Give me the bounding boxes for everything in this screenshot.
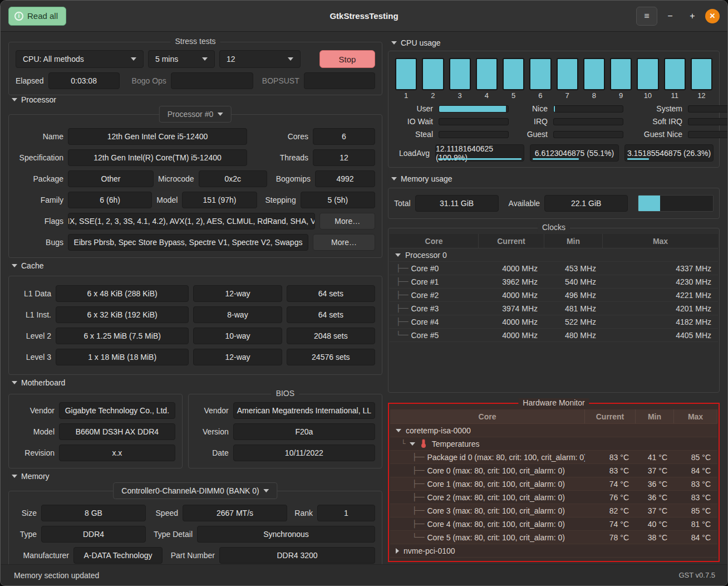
chevron-down-icon	[288, 57, 293, 61]
model-field[interactable]: 151 (97h)	[182, 192, 257, 208]
processor-expander[interactable]: Processor	[8, 95, 382, 104]
hwmon-device-row[interactable]: coretemp-isa-0000	[390, 424, 717, 437]
cpu-core-bar	[691, 58, 712, 90]
user-label: User	[394, 104, 433, 113]
package-field[interactable]: Other	[68, 170, 154, 187]
cpu-core-bar	[422, 58, 444, 90]
chevron-down-icon	[264, 489, 269, 492]
hardware-monitor-frame: Hardware Monitor Core Current Min Max co…	[388, 403, 720, 562]
bios-date-field[interactable]: 10/11/2022	[233, 445, 375, 461]
l1-inst-label: L1 Inst.	[16, 310, 51, 319]
menu-button[interactable]: ≡	[636, 7, 657, 26]
thermometer-icon	[421, 440, 426, 448]
level2-sets-field[interactable]: 2048 sets	[287, 328, 375, 344]
bugs-label: Bugs	[16, 238, 63, 247]
specification-field[interactable]: 12th Gen Intel(R) Core(TM) i5-12400	[68, 149, 247, 166]
hwmon-group-row[interactable]: Temperatures	[390, 437, 717, 451]
threads-field[interactable]: 12	[313, 149, 375, 166]
hwmon-header-current: Current	[585, 409, 636, 423]
soft-irq-label: Soft IRQ	[629, 117, 682, 126]
level2-size-field[interactable]: 6 x 1.25 MiB (7.5 MiB)	[56, 328, 189, 344]
bugs-more-button[interactable]: More…	[313, 234, 375, 251]
mem-manufacturer-label: Manufacturer	[16, 551, 69, 560]
expander-arrow-icon	[12, 475, 17, 478]
l1-data-size-field[interactable]: 6 x 48 KiB (288 KiB)	[56, 285, 189, 302]
bogomips-field[interactable]: 4992	[315, 170, 375, 187]
processor-selector-value: Processor #0	[168, 110, 213, 119]
tree-connector-icon	[396, 318, 407, 326]
level3-size-field[interactable]: 1 x 18 MiB (18 MiB)	[56, 349, 189, 365]
stress-workers-dropdown[interactable]: 12	[219, 50, 301, 68]
mem-rank-field[interactable]: 1	[317, 505, 375, 521]
motherboard-expander[interactable]: Motherboard	[8, 378, 382, 387]
maximize-button[interactable]: +	[683, 7, 702, 26]
loadavg-label: LoadAvg	[394, 149, 430, 158]
read-all-button[interactable]: i Read all	[8, 7, 66, 26]
flags-field[interactable]: MMX, SSE(1, 2, 3, 3S, 4.1, 4.2), AVX(1, …	[68, 213, 315, 229]
level2-label: Level 2	[16, 331, 51, 340]
l1-data-assoc-field[interactable]: 12-way	[193, 285, 282, 302]
microcode-label: Microcode	[158, 174, 194, 183]
l1-data-sets-field[interactable]: 64 sets	[287, 285, 375, 302]
level3-sets-field[interactable]: 24576 sets	[287, 349, 375, 365]
minimize-button[interactable]: −	[661, 7, 680, 26]
mobo-model-field[interactable]: B660M DS3H AX DDR4	[59, 423, 175, 440]
flags-more-button[interactable]: More…	[319, 213, 375, 229]
mem-speed-field[interactable]: 2667 MT/s	[183, 505, 287, 521]
guest-label: Guest	[514, 130, 548, 139]
mobo-vendor-field[interactable]: Gigabyte Technology Co., Ltd.	[59, 402, 175, 419]
stepping-field[interactable]: 5 (5h)	[301, 192, 375, 208]
specification-label: Specification	[16, 153, 63, 162]
mem-manufacturer-field[interactable]: A-DATA Technology	[73, 547, 163, 564]
cpu-core-bar	[395, 58, 417, 90]
elapsed-field[interactable]: 0:03:08	[48, 72, 120, 89]
mem-size-field[interactable]: 8 GB	[41, 505, 146, 521]
guest-nice-label: Guest Nice	[629, 130, 682, 139]
dimm-selector-dropdown[interactable]: Controller0-ChannelA-DIMM0 (BANK 0)	[113, 482, 277, 499]
bios-version-field[interactable]: F20a	[233, 423, 375, 440]
bios-caption: BIOS	[272, 389, 299, 398]
memory-usage-expander[interactable]: Memory usage	[388, 171, 720, 187]
hwmon-device2-row[interactable]: nvme-pci-0100	[390, 544, 717, 558]
bugs-field[interactable]: Eibrs Pbrsb, Spec Store Bypass, Spectre …	[68, 234, 308, 251]
mem-type-field[interactable]: DDR4	[41, 526, 146, 543]
bogo-ops-field[interactable]	[171, 72, 253, 89]
mem-total-field[interactable]: 31.11 GiB	[415, 195, 499, 212]
level2-assoc-field[interactable]: 10-way	[193, 328, 282, 344]
stress-duration-dropdown[interactable]: 5 mins	[148, 50, 215, 68]
tree-connector-icon	[412, 453, 424, 461]
mem-available-field[interactable]: 22.1 GiB	[544, 195, 628, 212]
level3-assoc-field[interactable]: 12-way	[193, 349, 282, 365]
bios-vendor-field[interactable]: American Megatrends International, LL	[233, 402, 375, 419]
l1-inst-assoc-field[interactable]: 8-way	[193, 306, 282, 323]
cpu-usage-expander[interactable]: CPU usage	[388, 35, 720, 51]
l1-inst-sets-field[interactable]: 64 sets	[287, 306, 375, 323]
memory-expander[interactable]: Memory	[8, 472, 382, 481]
guest-nice-progressbar	[688, 131, 727, 138]
cache-expander[interactable]: Cache	[8, 261, 382, 270]
cpu-name-field[interactable]: 12th Gen Intel Core i5-12400	[68, 128, 247, 145]
close-button[interactable]: ✕	[705, 9, 720, 23]
mobo-model-label: Model	[16, 427, 55, 436]
clocks-group-row[interactable]: Processor 0	[390, 248, 718, 262]
memory-section-label: Memory	[21, 472, 50, 481]
family-field[interactable]: 6 (6h)	[68, 192, 152, 208]
mobo-revision-field[interactable]: x.x	[59, 445, 175, 461]
bogo-ops-label: Bogo Ops	[132, 76, 166, 85]
stop-button[interactable]: Stop	[319, 50, 375, 68]
stress-method-value: CPU: All methods	[23, 55, 126, 64]
cpu-core-bar	[637, 58, 658, 90]
mem-type-detail-field[interactable]: Synchronous	[197, 526, 375, 543]
processor-selector-dropdown[interactable]: Processor #0	[159, 106, 232, 123]
table-row: Core 4 (max: 80, crit: 100, crit_alarm: …	[390, 517, 717, 531]
stress-method-dropdown[interactable]: CPU: All methods	[16, 50, 144, 68]
cores-field[interactable]: 6	[313, 128, 375, 145]
l1-inst-size-field[interactable]: 6 x 32 KiB (192 KiB)	[56, 306, 189, 323]
dimm-selector-value: Controller0-ChannelA-DIMM0 (BANK 0)	[121, 486, 259, 495]
clocks-header-core: Core	[390, 234, 479, 248]
microcode-field[interactable]: 0x2c	[199, 170, 267, 187]
mem-part-number-field[interactable]: DDR4 3200	[219, 547, 375, 564]
hwmon-header-core: Core	[390, 409, 585, 423]
bopsust-field[interactable]	[304, 72, 375, 89]
table-row: Core #0 4000 MHz453 MHz4337 MHz	[390, 262, 718, 275]
